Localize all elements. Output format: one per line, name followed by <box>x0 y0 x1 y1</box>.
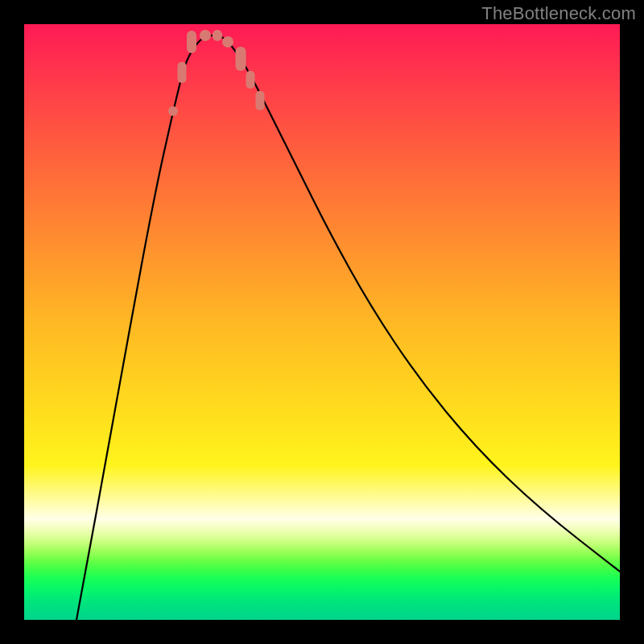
curve-marker <box>236 47 246 71</box>
curve-marker <box>222 36 233 47</box>
watermark-text: TheBottleneck.com <box>481 3 636 24</box>
curve-marker <box>200 30 211 41</box>
plot-area <box>24 24 620 620</box>
curve-marker <box>168 106 178 116</box>
curve-svg <box>24 24 620 620</box>
curve-markers <box>168 30 265 116</box>
curve-marker <box>178 62 187 83</box>
curve-marker <box>256 91 265 110</box>
chart-frame: TheBottleneck.com <box>0 0 644 644</box>
bottleneck-curve <box>76 35 620 620</box>
curve-marker <box>213 30 222 41</box>
curve-marker <box>246 71 255 89</box>
curve-marker <box>187 31 196 53</box>
